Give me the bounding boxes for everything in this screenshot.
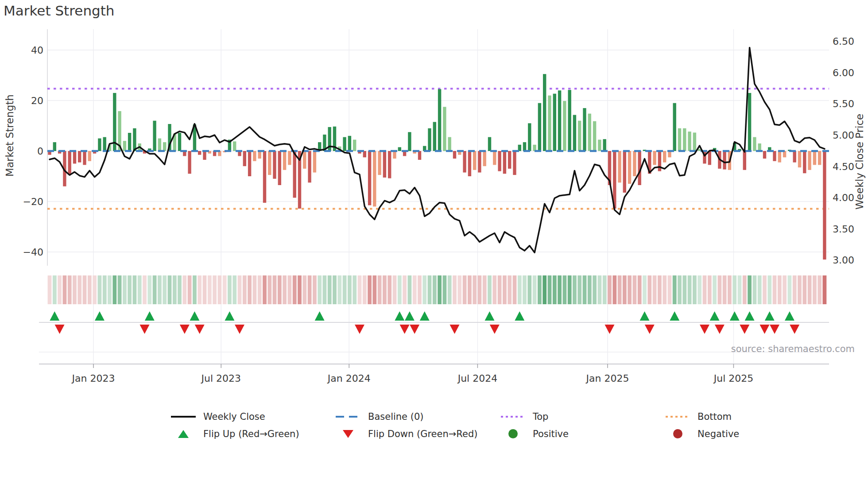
strength-bar	[523, 142, 526, 151]
heatmap-cell	[713, 275, 717, 304]
heatmap-cell	[478, 275, 482, 304]
strength-bar	[153, 121, 156, 151]
strength-bar	[773, 151, 776, 161]
flip-up-marker	[225, 311, 234, 321]
heatmap-cell	[318, 275, 322, 304]
flip-down-marker	[604, 325, 614, 334]
svg-text:Jul 2023: Jul 2023	[200, 373, 241, 384]
flip-up-marker	[405, 311, 415, 321]
strength-bar	[273, 151, 276, 179]
svg-text:5.50: 5.50	[833, 98, 854, 109]
flip-up-marker	[670, 311, 679, 321]
heatmap-cell	[693, 275, 697, 304]
heatmap-cell	[703, 275, 707, 304]
flip-up-marker	[710, 311, 720, 321]
strength-bar	[313, 151, 316, 173]
strength-bar	[68, 151, 71, 175]
heatmap-cell	[568, 275, 572, 304]
heatmap-cell	[258, 275, 262, 304]
heatmap-cell	[593, 275, 597, 304]
heatmap-cell	[788, 275, 792, 304]
heatmap-cell	[653, 275, 657, 304]
strength-bar	[683, 128, 686, 151]
strength-bar	[558, 90, 561, 151]
heatmap-cell	[463, 275, 467, 304]
strength-bar	[463, 151, 466, 173]
heatmap-cell	[798, 275, 802, 304]
heatmap-cell	[738, 275, 742, 304]
legend-row-2: Flip Up (Red→Green) Flip Down (Green→Red…	[170, 425, 739, 442]
strength-bar	[583, 108, 586, 151]
heatmap-cell	[243, 275, 247, 304]
strength-bar	[548, 96, 551, 151]
heatmap-cell	[337, 275, 341, 304]
svg-text:20: 20	[31, 95, 43, 106]
heatmap-cell	[443, 275, 447, 304]
negative-circle-icon	[673, 429, 682, 438]
heatmap-cell	[73, 275, 77, 304]
strength-bar	[753, 137, 756, 151]
strength-bar	[53, 142, 56, 151]
heatmap-cell	[527, 275, 531, 304]
heatmap-cell	[818, 275, 822, 304]
strength-bar	[618, 151, 621, 182]
strength-bar	[663, 151, 666, 163]
flip-up-marker	[730, 311, 740, 321]
legend-label-weekly-close: Weekly Close	[203, 411, 265, 422]
heatmap-cell	[682, 275, 686, 304]
heatmap-cell	[767, 275, 771, 304]
heatmap-cell	[553, 275, 557, 304]
strength-bar	[478, 151, 481, 173]
heatmap-cell	[323, 275, 327, 304]
svg-text:0: 0	[37, 146, 43, 157]
strength-bar	[538, 103, 541, 151]
strength-bar	[568, 90, 571, 151]
heatmap-cell	[198, 275, 202, 304]
flip-down-marker	[760, 325, 769, 334]
heatmap-cell	[523, 275, 527, 304]
heatmap-cell	[433, 275, 437, 304]
legend-item-negative: Negative	[665, 429, 739, 439]
legend-row-1: Weekly Close Baseline (0) Top Bottom	[170, 408, 739, 425]
strength-bar	[493, 151, 496, 165]
flip-down-marker	[645, 325, 655, 334]
strength-bar	[158, 139, 161, 151]
heatmap-cell	[238, 275, 242, 304]
heatmap-cell	[358, 275, 362, 304]
heatmap-cell	[232, 275, 236, 304]
strength-bar	[723, 151, 726, 170]
heatmap-cell	[228, 275, 232, 304]
strength-bar	[98, 139, 101, 151]
strength-bar	[678, 128, 681, 151]
svg-text:Jan 2023: Jan 2023	[71, 373, 115, 384]
heatmap-cell	[588, 275, 592, 304]
strength-bar	[398, 147, 401, 151]
heatmap-cell	[468, 275, 472, 304]
heatmap-cell	[663, 275, 666, 304]
right-axis-title: Weekly Close Price	[854, 114, 865, 209]
heatmap-cell	[418, 275, 422, 304]
heatmap-cell	[513, 275, 517, 304]
heatmap-cell	[808, 275, 812, 304]
heatmap-cell	[813, 275, 817, 304]
strength-bar	[708, 151, 711, 165]
heatmap-cell	[333, 275, 337, 304]
strength-bar	[203, 151, 206, 160]
strength-bar	[293, 151, 296, 198]
heatmap-cell	[263, 275, 267, 304]
chart-legend: Weekly Close Baseline (0) Top Bottom Fli…	[170, 408, 739, 442]
heatmap-cell	[308, 275, 312, 304]
heatmap-cell	[48, 275, 52, 304]
strength-bar	[188, 151, 191, 174]
heatmap-cell	[302, 275, 306, 304]
flip-up-marker	[785, 311, 794, 321]
heatmap-cell	[213, 275, 217, 304]
heatmap-cell	[533, 275, 537, 304]
x-gridlines	[93, 29, 733, 364]
flip-down-triangle-icon	[343, 430, 353, 438]
strength-bar	[243, 151, 246, 166]
strength-bar	[443, 107, 446, 151]
svg-text:Jan 2024: Jan 2024	[327, 373, 371, 384]
heatmap-cell	[802, 275, 806, 304]
flip-down-marker	[490, 325, 500, 334]
